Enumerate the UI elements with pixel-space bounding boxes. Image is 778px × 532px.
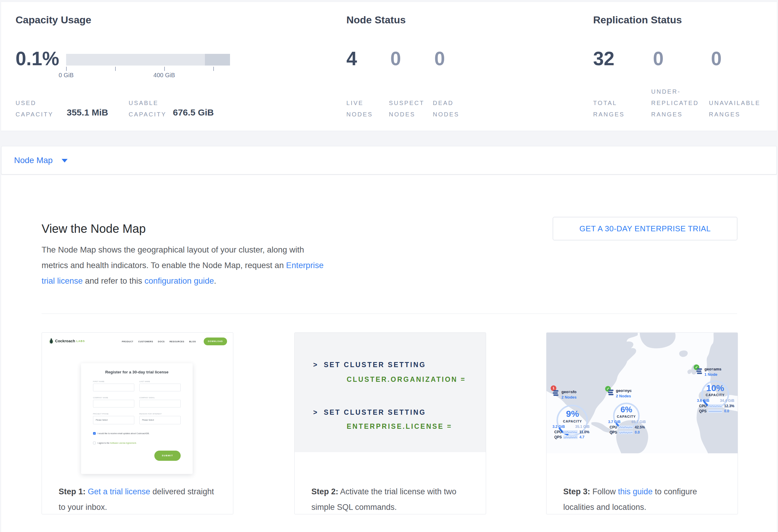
cluster-overview-page: Capacity Usage 0.1% 0 GiB 400 GiB USED C… bbox=[0, 0, 778, 532]
unavailable-ranges-value: 0 bbox=[711, 49, 722, 69]
email-updates-label: I would like to receive email updates ab… bbox=[97, 432, 150, 435]
step2-card: >SET CLUSTER SETTING CLUSTER.ORGANIZATIO… bbox=[294, 332, 486, 514]
enterprise-trial-license-link[interactable]: Enterprise bbox=[286, 260, 323, 270]
code-line-3: >SET CLUSTER SETTING bbox=[313, 408, 426, 416]
submit-button: SUBMIT bbox=[154, 451, 181, 461]
last-name-label: LAST NAME bbox=[139, 381, 150, 382]
chevron-down-icon[interactable] bbox=[62, 159, 68, 162]
intro-line3: and refer to this bbox=[83, 276, 145, 286]
cockroach-bug-icon bbox=[49, 338, 54, 344]
first-name-field bbox=[93, 384, 134, 391]
qps-value: 0.0 bbox=[724, 409, 729, 413]
capacity-used: 3.6 GiB bbox=[697, 398, 709, 403]
qps-sparkline bbox=[708, 409, 722, 413]
capacity-total: 65.7 GiB bbox=[631, 420, 646, 424]
project-phase-label: PROJECT PHASE bbox=[93, 413, 108, 415]
company-email-label: COMPANY EMAIL bbox=[139, 397, 155, 398]
node-map-preview: 1 geo=sfo 2 Nodes 9% CAPACITY 3.2 GiB 35… bbox=[546, 333, 737, 453]
total-ranges-value: 32 bbox=[593, 49, 614, 69]
license-agreement-label: I agree to the Software License Agreemen… bbox=[97, 442, 137, 444]
trial-license-site-thumbnail: Cockroach LABS PRODUCT CUSTOMERS DOCS RE… bbox=[42, 333, 233, 476]
site-nav: PRODUCT CUSTOMERS DOCS RESOURCES BLOG bbox=[122, 340, 196, 343]
qps-label: QPS bbox=[610, 430, 617, 435]
capacity-percent: 10% bbox=[700, 383, 730, 393]
step3-card: 1 geo=sfo 2 Nodes 9% CAPACITY 3.2 GiB 35… bbox=[546, 332, 738, 514]
nav-item-customers: CUSTOMERS bbox=[138, 340, 153, 343]
usable-capacity-label: USABLE CAPACITY bbox=[129, 97, 167, 120]
cpu-label: CPU bbox=[699, 404, 706, 408]
unavailable-ranges-label: UNAVAILABLE RANGES bbox=[709, 97, 760, 120]
step1-caption: Step 1: Get a trial license delivered st… bbox=[59, 484, 226, 514]
cpu-label: CPU bbox=[554, 430, 562, 434]
view-selector-dropdown[interactable]: Node Map bbox=[14, 146, 53, 174]
capacity-axis-tick bbox=[213, 67, 214, 71]
node-status-title: Node Status bbox=[346, 14, 406, 26]
capacity-used: 3.7 GiB bbox=[608, 420, 620, 424]
code-line-4: ENTERPRISE.LICENSE = bbox=[347, 423, 452, 431]
checkbox-checked-icon: ✓ bbox=[93, 432, 96, 435]
qps-value: 4.7 bbox=[579, 435, 585, 439]
nav-item-docs: DOCS bbox=[158, 340, 165, 343]
download-button: DOWNLOAD bbox=[204, 337, 227, 345]
trial-registration-form: Register for a 30-day trial license FIRS… bbox=[81, 363, 192, 474]
suspect-nodes-value: 0 bbox=[390, 49, 401, 69]
first-name-label: FIRST NAME bbox=[93, 381, 104, 382]
form-title: Register for a 30-day trial license bbox=[81, 370, 192, 374]
locality-node-count: 2 Nodes bbox=[616, 394, 631, 398]
checkbox-unchecked-icon bbox=[93, 442, 96, 444]
usable-capacity-value: 676.5 GiB bbox=[173, 107, 214, 118]
database-icon bbox=[608, 390, 615, 396]
cluster-summary-panel: Capacity Usage 0.1% 0 GiB 400 GiB USED C… bbox=[1, 2, 777, 131]
last-name-field bbox=[139, 384, 181, 391]
qps-label: QPS bbox=[699, 409, 706, 413]
step2-caption: Step 2: Activate the trial license with … bbox=[311, 484, 479, 514]
capacity-label: CAPACITY bbox=[700, 393, 730, 397]
brand-name: Cockroach bbox=[55, 339, 75, 343]
capacity-axis-label-0: 0 GiB bbox=[51, 72, 81, 79]
capacity-label: CAPACITY bbox=[556, 420, 589, 423]
intro-line2: metrics and health indicators. To enable… bbox=[42, 260, 286, 270]
cpu-value: 12.3% bbox=[724, 404, 734, 408]
capacity-total: 35.1 GiB bbox=[575, 425, 590, 429]
get-trial-license-link[interactable]: Get a trial license bbox=[88, 487, 150, 496]
intro-period: . bbox=[214, 276, 216, 286]
reason-for-interest-label: REASON FOR INTEREST bbox=[139, 413, 162, 415]
capacity-label: CAPACITY bbox=[612, 415, 641, 418]
company-name-label: COMPANY NAME bbox=[93, 397, 108, 398]
cpu-value: 42.5% bbox=[635, 425, 645, 429]
this-guide-link[interactable]: this guide bbox=[618, 487, 653, 496]
qps-value: 0.0 bbox=[635, 430, 640, 435]
get-enterprise-trial-button[interactable]: GET A 30-DAY ENTERPRISE TRIAL bbox=[553, 217, 737, 240]
project-phase-select: Please Select bbox=[93, 416, 134, 424]
locality-name: geo=sfo bbox=[561, 390, 576, 394]
locality-node-count: 1 Node bbox=[704, 372, 717, 377]
locality-name: geo=ams bbox=[704, 367, 721, 371]
total-ranges-label: TOTAL RANGES bbox=[593, 97, 625, 120]
code-line-1: >SET CLUSTER SETTING bbox=[313, 361, 426, 369]
intro-line1: The Node Map shows the geographical layo… bbox=[42, 245, 304, 254]
capacity-used: 3.2 GiB bbox=[552, 425, 565, 429]
locality-name: geo=nyc bbox=[616, 388, 632, 393]
nav-item-resources: RESOURCES bbox=[170, 340, 184, 343]
used-capacity-value: 355.1 MiB bbox=[67, 107, 108, 118]
dead-nodes-value: 0 bbox=[434, 49, 445, 69]
qps-label: QPS bbox=[554, 435, 562, 439]
company-email-field bbox=[139, 400, 181, 407]
live-nodes-label: LIVE NODES bbox=[346, 97, 373, 120]
enterprise-trial-license-link[interactable]: trial license bbox=[42, 276, 83, 286]
intro-paragraph: The Node Map shows the geographical layo… bbox=[42, 242, 356, 289]
capacity-total: 34.4 GiB bbox=[720, 398, 734, 403]
code-line-2: CLUSTER.ORGANIZATION = bbox=[347, 376, 466, 384]
nav-item-product: PRODUCT bbox=[122, 340, 134, 343]
cpu-value: 11.0% bbox=[579, 430, 589, 434]
dead-nodes-label: DEAD NODES bbox=[433, 97, 459, 120]
capacity-percent: 6% bbox=[612, 405, 641, 414]
database-icon bbox=[696, 368, 703, 375]
capacity-percent-value: 0.1% bbox=[15, 49, 59, 69]
email-updates-checkbox-row: ✓ I would like to receive email updates … bbox=[93, 432, 150, 435]
configuration-guide-link[interactable]: configuration guide bbox=[145, 276, 214, 286]
capacity-percent: 9% bbox=[556, 409, 589, 419]
database-icon bbox=[552, 390, 560, 396]
company-name-field bbox=[93, 400, 134, 407]
capacity-axis-tick bbox=[66, 67, 67, 71]
